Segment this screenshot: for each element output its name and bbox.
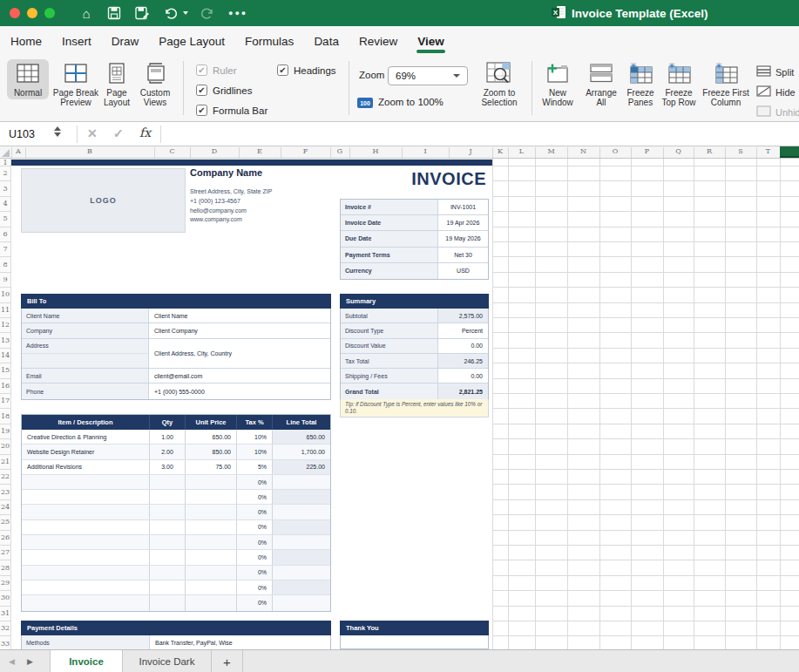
column-header-Q[interactable]: Q: [673, 147, 685, 155]
line-item-cell[interactable]: [22, 580, 150, 594]
column-header-S[interactable]: S: [735, 147, 747, 155]
line-item-cell[interactable]: [273, 595, 330, 610]
row-header-19[interactable]: 19: [0, 427, 10, 435]
line-item-cell[interactable]: [22, 520, 150, 534]
line-item-cell[interactable]: [273, 475, 330, 489]
line-item-cell[interactable]: 0%: [237, 580, 273, 594]
bill-to-row[interactable]: Emailclient@email.com: [22, 369, 330, 384]
line-item-cell[interactable]: 0%: [237, 475, 273, 489]
invoice-info-row[interactable]: Payment TermsNet 30: [341, 248, 488, 263]
summary-label[interactable]: Subtotal: [341, 309, 438, 322]
line-item-cell[interactable]: [150, 490, 186, 504]
formula-bar-checkbox[interactable]: Formula Bar: [196, 105, 267, 116]
line-item-cell[interactable]: 3.00: [150, 460, 186, 474]
row-header-3[interactable]: 3: [0, 185, 10, 193]
sheet-tab-invoice[interactable]: Invoice: [50, 650, 123, 672]
invoice-info-row[interactable]: Invoice Date19 Apr 2026: [341, 215, 488, 231]
payment-row[interactable]: MethodsBank Transfer, PayPal, Wise: [22, 635, 330, 649]
row-header-28[interactable]: 28: [0, 564, 10, 572]
line-item-row[interactable]: 0%: [22, 535, 330, 550]
row-header-32[interactable]: 32: [0, 624, 10, 632]
company-address-block[interactable]: Street Address, City, State ZIP +1 (000)…: [190, 187, 272, 225]
line-item-cell[interactable]: [273, 550, 330, 564]
thank-you-body[interactable]: [340, 635, 489, 649]
line-item-row[interactable]: 0%: [22, 580, 330, 595]
line-item-cell[interactable]: [150, 566, 186, 580]
gridlines-checkbox[interactable]: Gridlines: [196, 85, 252, 96]
summary-value[interactable]: Percent: [438, 323, 488, 337]
column-header-L[interactable]: L: [516, 147, 528, 155]
bill-to-label[interactable]: Phone: [22, 384, 149, 398]
stepper-down-icon[interactable]: [54, 132, 61, 137]
summary-value[interactable]: 246.25: [438, 354, 488, 368]
new-window-button[interactable]: New Window: [537, 61, 579, 107]
line-item-cell[interactable]: 1,700.00: [273, 445, 330, 458]
line-item-cell[interactable]: [273, 520, 330, 534]
line-item-cell[interactable]: 850.00: [186, 445, 237, 458]
bill-to-row[interactable]: Phone+1 (000) 555-0000: [22, 384, 330, 398]
logo-placeholder[interactable]: LOGO: [21, 168, 186, 233]
line-item-cell[interactable]: 0%: [237, 535, 273, 549]
row-header-23[interactable]: 23: [0, 488, 10, 496]
row-header-13[interactable]: 13: [0, 336, 10, 344]
sheet-grid[interactable]: ABCDEFGHIJKLMNOPQRST LOGO Company Name S…: [0, 146, 799, 649]
invoice-info-value[interactable]: USD: [438, 263, 488, 279]
line-item-cell[interactable]: [22, 505, 150, 519]
row-header-16[interactable]: 16: [0, 382, 10, 390]
line-item-cell[interactable]: [273, 505, 330, 519]
summary-row[interactable]: Subtotal2,575.00: [341, 309, 488, 323]
menu-tab-view[interactable]: View: [416, 28, 445, 55]
summary-label[interactable]: Shipping / Fees: [341, 369, 438, 383]
freeze-panes-button[interactable]: ✳ Freeze Panes: [622, 61, 659, 107]
line-item-cell[interactable]: [186, 535, 237, 549]
menu-tab-draw[interactable]: Draw: [111, 28, 140, 55]
line-item-cell[interactable]: [186, 550, 237, 564]
line-item-cell[interactable]: [22, 490, 150, 504]
line-item-cell[interactable]: [22, 475, 150, 489]
column-header-N[interactable]: N: [578, 147, 590, 155]
payment-value[interactable]: Bank Transfer, PayPal, Wise: [150, 635, 330, 649]
summary-value[interactable]: 0.00: [438, 369, 488, 383]
minimize-window-button[interactable]: [27, 8, 37, 18]
line-item-cell[interactable]: [150, 475, 186, 489]
summary-label[interactable]: Discount Type: [341, 323, 438, 337]
custom-views-button[interactable]: Custom Views: [134, 61, 176, 107]
menu-tab-data[interactable]: Data: [313, 28, 340, 55]
line-item-row[interactable]: Additional Revisions3.0075.005%225.00: [22, 460, 330, 475]
column-header-A[interactable]: A: [12, 147, 24, 155]
menu-tab-page-layout[interactable]: Page Layout: [158, 28, 226, 55]
line-item-cell[interactable]: 75.00: [186, 460, 237, 474]
row-header-6[interactable]: 6: [0, 230, 10, 238]
bill-to-row[interactable]: Client NameClient Name: [22, 309, 330, 323]
summary-value[interactable]: 2,821.25: [438, 384, 488, 398]
line-item-cell[interactable]: 650.00: [273, 430, 330, 444]
line-item-cell[interactable]: [22, 535, 150, 549]
line-item-cell[interactable]: [150, 595, 186, 610]
row-header-26[interactable]: 26: [0, 533, 10, 541]
company-name[interactable]: Company Name: [190, 167, 262, 178]
bill-to-row[interactable]: CompanyClient Company: [22, 323, 330, 338]
row-header-11[interactable]: 11: [0, 306, 10, 314]
bill-to-label[interactable]: Email: [22, 369, 149, 383]
column-header-J[interactable]: J: [464, 147, 477, 155]
column-header-H[interactable]: H: [369, 147, 382, 155]
payment-details-table[interactable]: MethodsBank Transfer, PayPal, Wise: [21, 635, 331, 649]
stepper-up-icon[interactable]: [54, 126, 61, 131]
column-header-G[interactable]: G: [334, 147, 346, 155]
line-item-cell[interactable]: 0%: [237, 550, 273, 564]
line-item-cell[interactable]: 5%: [237, 460, 273, 474]
name-box[interactable]: U103: [3, 125, 77, 144]
bill-to-label[interactable]: Company: [22, 323, 149, 337]
save-as-icon[interactable]: [134, 5, 150, 21]
row-header-29[interactable]: 29: [0, 579, 10, 587]
normal-view-button[interactable]: Normal: [7, 59, 49, 99]
zoom-to-selection-button[interactable]: Zoom to Selection: [472, 61, 526, 107]
line-item-cell[interactable]: 0%: [237, 595, 273, 610]
undo-icon[interactable]: [162, 5, 178, 21]
line-item-row[interactable]: Creative Direction & Planning1.00650.001…: [22, 430, 330, 445]
close-window-button[interactable]: [10, 8, 20, 18]
line-item-cell[interactable]: Creative Direction & Planning: [22, 430, 150, 444]
summary-value[interactable]: 2,575.00: [438, 309, 488, 322]
summary-label[interactable]: Grand Total: [341, 384, 438, 398]
headings-checkbox[interactable]: Headings: [277, 64, 336, 76]
